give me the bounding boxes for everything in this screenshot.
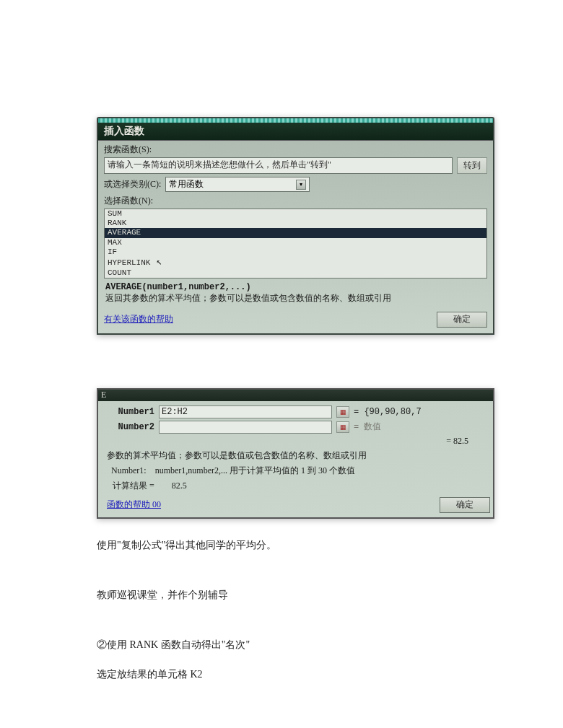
go-button[interactable]: 转到 <box>457 157 487 174</box>
function-item-sum[interactable]: SUM <box>105 209 486 219</box>
number2-preview: = 数值 <box>354 421 381 433</box>
search-input[interactable]: 请输入一条简短的说明来描述您想做什么，然后单击"转到" <box>104 157 453 174</box>
function-item-hyperlink[interactable]: HYPERLINK↖ <box>105 257 486 268</box>
inline-result: = 82.5 <box>107 436 490 447</box>
search-label: 搜索函数(S): <box>104 144 487 156</box>
number1-preview: = {90,90,80,7 <box>354 407 422 417</box>
category-dropdown[interactable]: 常用函数 ▾ <box>165 177 310 192</box>
category-value: 常用函数 <box>169 178 204 190</box>
dialog-body: 搜索函数(S): 请输入一条简短的说明来描述您想做什么，然后单击"转到" 转到 … <box>98 141 493 333</box>
function-item-average[interactable]: AVERAGE <box>105 228 486 237</box>
range-selector-icon[interactable]: ▦ <box>336 421 349 433</box>
function-item-rank[interactable]: RANK <box>105 219 486 228</box>
range-selector-icon[interactable]: ▦ <box>336 406 349 418</box>
category-label: 或选择类别(C): <box>104 178 161 190</box>
function-item-max[interactable]: MAX <box>105 238 486 247</box>
function-item-if[interactable]: IF <box>105 247 486 257</box>
function-syntax: AVERAGE(number1,number2,...) <box>105 282 251 292</box>
help-link[interactable]: 有关该函数的帮助 <box>104 313 173 325</box>
number2-input[interactable] <box>159 421 332 434</box>
calc-result-row: 计算结果 = 82.5 <box>107 477 490 495</box>
ok-button[interactable]: 确定 <box>437 312 487 328</box>
function-description-text: 返回其参数的算术平均值；参数可以是数值或包含数值的名称、数组或引用 <box>105 293 391 303</box>
document-paragraph: ②使用 RANK 函数自动得出"名次" <box>97 637 494 652</box>
cursor-icon: ↖ <box>156 257 162 268</box>
dialog-titlebar[interactable]: 插入函数 <box>98 123 493 141</box>
document-paragraph: 教师巡视课堂，并作个别辅导 <box>97 587 494 602</box>
ok-button[interactable]: 确定 <box>440 497 490 513</box>
function-list[interactable]: SUMRANKAVERAGEMAXIFHYPERLINK↖COUNT <box>104 209 487 279</box>
insert-function-dialog: 插入函数 搜索函数(S): 请输入一条简短的说明来描述您想做什么，然后单击"转到… <box>97 117 494 335</box>
dialog2-body: Number1 ▦ = {90,90,80,7 Number2 ▦ = 数值 =… <box>98 401 493 517</box>
document-paragraph: 使用"复制公式"得出其他同学的平均分。 <box>97 538 494 553</box>
help-link[interactable]: 函数的帮助 00 <box>107 499 161 511</box>
document-paragraph: 选定放结果的单元格 K2 <box>97 667 494 682</box>
number1-input[interactable] <box>159 405 332 418</box>
chevron-down-icon[interactable]: ▾ <box>296 180 306 190</box>
function-arguments-dialog: E Number1 ▦ = {90,90,80,7 Number2 ▦ = 数值… <box>97 388 494 519</box>
function-list-label: 选择函数(N): <box>104 195 487 207</box>
number1-label: Number1 <box>107 407 154 417</box>
function-description: AVERAGE(number1,number2,...) 返回其参数的算术平均值… <box>104 279 487 307</box>
dialog2-titlebar[interactable]: E <box>98 390 493 401</box>
arg-description: Number1: number1,number2,... 用于计算平均值的 1 … <box>107 465 490 477</box>
function-item-count[interactable]: COUNT <box>105 268 486 278</box>
number2-label: Number2 <box>107 422 154 432</box>
dialog2-description: 参数的算术平均值；参数可以是数值或包含数值的名称、数组或引用 <box>107 447 490 465</box>
